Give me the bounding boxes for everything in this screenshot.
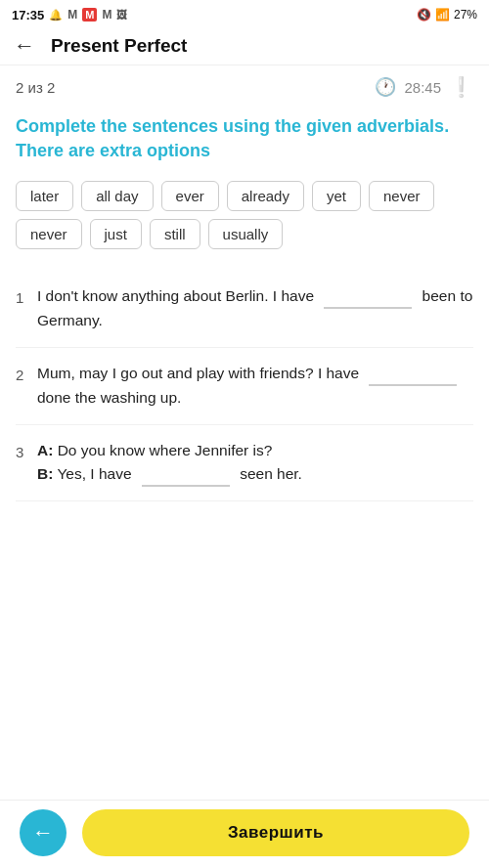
notification-icon: 🔔: [49, 9, 63, 22]
word-chip-later[interactable]: later: [16, 181, 73, 211]
bottom-bar: ← Завершить: [0, 800, 489, 868]
word-bank: later all day ever already yet never nev…: [16, 181, 473, 249]
status-bar: 17:35 🔔 M M M 🖼 🔇 📶 27%: [0, 0, 489, 27]
sentence-3: 3 A: Do you know where Jennifer is? B: Y…: [16, 425, 473, 502]
word-chip-all-day[interactable]: all day: [81, 181, 153, 211]
complete-button[interactable]: Завершить: [82, 809, 469, 856]
sentence-1-num: 1: [16, 284, 37, 310]
word-chip-never2[interactable]: never: [16, 219, 82, 249]
sentence-2-num: 2: [16, 362, 37, 387]
progress-label: 2 из 2: [16, 79, 55, 96]
top-nav: ← Present Perfect: [0, 27, 489, 65]
sentences-list: 1 I don't know anything about Berlin. I …: [16, 271, 473, 501]
sentence-2-text: Mum, may I go out and play with friends?…: [37, 362, 473, 411]
mail-icon: M: [67, 8, 77, 22]
photo-icon: 🖼: [116, 9, 127, 21]
word-chip-already[interactable]: already: [227, 181, 304, 211]
alert-icon: ❕: [449, 75, 473, 99]
timer-section: 🕐 28:45 ❕: [375, 75, 473, 99]
status-time: 17:35 🔔 M M M 🖼: [12, 8, 127, 22]
word-chip-usually[interactable]: usually: [208, 219, 284, 249]
instruction-text: Complete the sentences using the given a…: [16, 114, 473, 163]
sentence-3-speaker-a: A:: [37, 442, 53, 458]
blank-3[interactable]: [142, 467, 230, 487]
mute-icon: 🔇: [417, 8, 431, 22]
signal-icon: 📶: [435, 8, 450, 22]
nav-back-button[interactable]: ←: [14, 35, 35, 57]
word-chip-never1[interactable]: never: [369, 181, 435, 211]
sentence-3-num: 3: [16, 439, 37, 464]
sentence-3-text: A: Do you know where Jennifer is? B: Yes…: [37, 439, 473, 488]
sentence-1: 1 I don't know anything about Berlin. I …: [16, 271, 473, 348]
main-content: Complete the sentences using the given a…: [0, 105, 489, 599]
mail3-icon: M: [102, 8, 111, 22]
mail2-icon: M: [82, 8, 97, 22]
battery-label: 27%: [454, 8, 477, 22]
sentence-3-speaker-b: B:: [37, 465, 53, 482]
sentence-1-text: I don't know anything about Berlin. I ha…: [37, 284, 473, 333]
word-chip-still[interactable]: still: [150, 219, 200, 249]
word-chip-yet[interactable]: yet: [312, 181, 361, 211]
word-chip-ever[interactable]: ever: [161, 181, 219, 211]
bottom-back-button[interactable]: ←: [20, 809, 67, 856]
timer-value: 28:45: [404, 79, 441, 96]
page-title: Present Perfect: [51, 35, 187, 57]
word-chip-just[interactable]: just: [90, 219, 142, 249]
progress-row: 2 из 2 🕐 28:45 ❕: [0, 65, 489, 105]
sentence-2: 2 Mum, may I go out and play with friend…: [16, 348, 473, 425]
clock-icon: 🕐: [375, 76, 396, 98]
blank-2[interactable]: [369, 367, 457, 386]
status-right: 🔇 📶 27%: [417, 8, 477, 22]
blank-1[interactable]: [324, 289, 412, 309]
